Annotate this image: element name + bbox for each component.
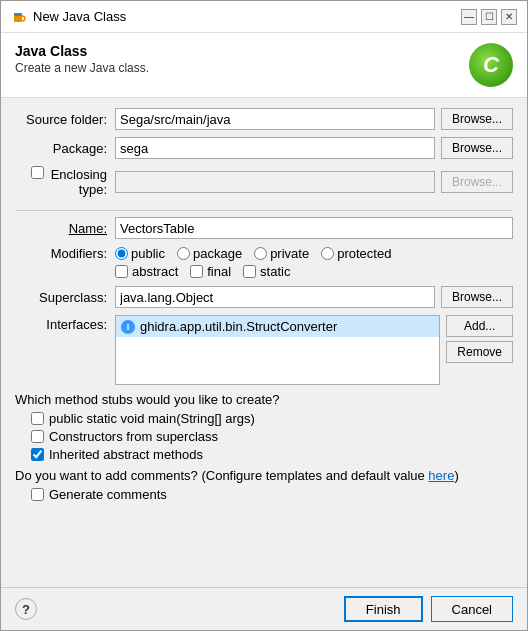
comments-question: Do you want to add comments? (Configure … [15,468,513,483]
modifier-final-label[interactable]: final [190,264,231,279]
comments-generate-checkbox[interactable] [31,488,44,501]
modifier-protected-label[interactable]: protected [321,246,391,261]
superclass-label: Superclass: [15,290,115,305]
source-folder-input[interactable] [115,108,435,130]
modifier-protected-radio[interactable] [321,247,334,260]
modifier-abstract-label[interactable]: abstract [115,264,178,279]
enclosing-browse-button: Browse... [441,171,513,193]
enclosing-type-checkbox[interactable] [31,166,44,179]
title-bar: New Java Class — ☐ ✕ [1,1,527,33]
name-row: Name: [15,217,513,239]
stub-main-label[interactable]: public static void main(String[] args) [31,411,513,426]
title-bar-controls: — ☐ ✕ [461,9,517,25]
modifier-final-checkbox[interactable] [190,265,203,278]
form-content: Source folder: Browse... Package: Browse… [1,98,527,587]
ghidra-logo-icon: C [469,43,513,87]
header-text: Java Class Create a new Java class. [15,43,149,75]
comments-generate-label[interactable]: Generate comments [31,487,513,502]
name-label: Name: [15,221,115,236]
modifier-package-radio[interactable] [177,247,190,260]
enclosing-type-label: Enclosing type: [15,166,115,197]
stubs-checks: public static void main(String[] args) C… [31,411,513,462]
interfaces-row: Interfaces: I ghidra.app.util.bin.Struct… [15,315,513,385]
modifiers-radio-group: public package private protected [115,246,401,261]
stubs-question: Which method stubs would you like to cre… [15,392,513,407]
remove-interface-button[interactable]: Remove [446,341,513,363]
close-button[interactable]: ✕ [501,9,517,25]
source-folder-browse-button[interactable]: Browse... [441,108,513,130]
window-title: New Java Class [33,9,126,24]
comments-checks: Generate comments [31,487,513,502]
source-folder-row: Source folder: Browse... [15,108,513,130]
modifier-public-label[interactable]: public [115,246,165,261]
stubs-section: Which method stubs would you like to cre… [15,392,513,462]
separator-1 [15,210,513,211]
maximize-button[interactable]: ☐ [481,9,497,25]
modifier-abstract-checkbox[interactable] [115,265,128,278]
modifier-package-label[interactable]: package [177,246,242,261]
superclass-input[interactable] [115,286,435,308]
interfaces-label: Interfaces: [15,315,115,332]
footer-left: ? [15,598,336,620]
minimize-button[interactable]: — [461,9,477,25]
interface-item-icon: I [121,320,135,334]
comments-here-link[interactable]: here [428,468,454,483]
stub-inherited-label[interactable]: Inherited abstract methods [31,447,513,462]
interfaces-list[interactable]: I ghidra.app.util.bin.StructConverter [115,315,440,385]
source-folder-label: Source folder: [15,112,115,127]
enclosing-type-row: Enclosing type: Browse... [15,166,513,197]
stub-constructors-checkbox[interactable] [31,430,44,443]
modifiers-row: Modifiers: public package private protec… [15,246,513,261]
stub-inherited-checkbox[interactable] [31,448,44,461]
interface-item-text: ghidra.app.util.bin.StructConverter [140,319,337,334]
package-label: Package: [15,141,115,156]
interface-list-item[interactable]: I ghidra.app.util.bin.StructConverter [116,316,439,337]
dialog-window: New Java Class — ☐ ✕ Java Class Create a… [0,0,528,631]
header-subtitle: Create a new Java class. [15,61,149,75]
help-button[interactable]: ? [15,598,37,620]
modifiers-row2: abstract final static [115,264,513,279]
modifiers-label: Modifiers: [15,246,115,261]
add-interface-button[interactable]: Add... [446,315,513,337]
package-input[interactable] [115,137,435,159]
superclass-row: Superclass: Browse... [15,286,513,308]
modifier-private-radio[interactable] [254,247,267,260]
enclosing-type-input [115,171,435,193]
title-bar-left: New Java Class [11,9,126,25]
stub-constructors-label[interactable]: Constructors from superclass [31,429,513,444]
header-title: Java Class [15,43,149,59]
svg-rect-1 [14,13,22,16]
java-cup-icon [11,9,27,25]
modifier-static-label[interactable]: static [243,264,290,279]
package-browse-button[interactable]: Browse... [441,137,513,159]
cancel-button[interactable]: Cancel [431,596,513,622]
comments-section: Do you want to add comments? (Configure … [15,468,513,502]
modifier-public-radio[interactable] [115,247,128,260]
dialog-footer: ? Finish Cancel [1,587,527,630]
modifier-static-checkbox[interactable] [243,265,256,278]
name-input[interactable] [115,217,513,239]
superclass-browse-button[interactable]: Browse... [441,286,513,308]
stub-main-checkbox[interactable] [31,412,44,425]
interface-buttons: Add... Remove [446,315,513,363]
package-row: Package: Browse... [15,137,513,159]
modifier-private-label[interactable]: private [254,246,309,261]
header-section: Java Class Create a new Java class. C [1,33,527,98]
finish-button[interactable]: Finish [344,596,423,622]
